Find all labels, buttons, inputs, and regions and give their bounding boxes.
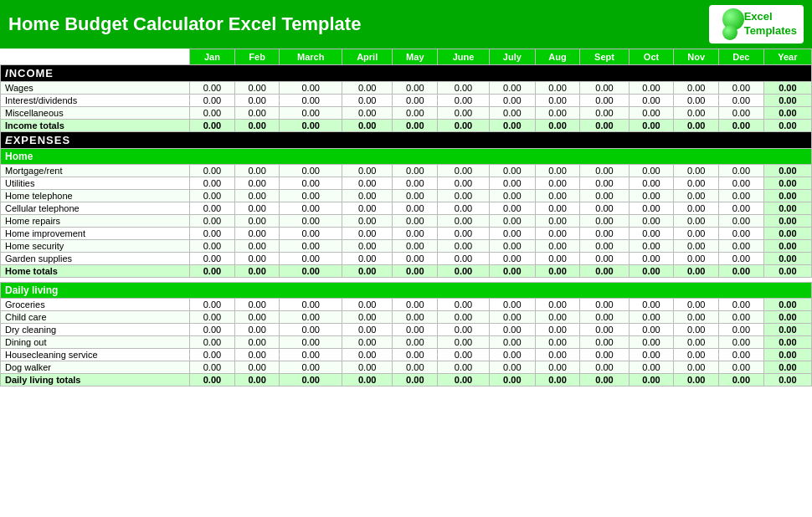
budget-table: Jan Feb March April May June July Aug Se… [0, 49, 812, 392]
dining-out-label[interactable]: Dining out [1, 336, 190, 349]
column-header-row: Jan Feb March April May June July Aug Se… [1, 49, 812, 65]
home-security-label[interactable]: Home security [1, 240, 190, 253]
col-header-july: July [489, 49, 535, 65]
table-row: Utilities 0.000.000.000.000.000.000.000.… [1, 177, 812, 190]
table-row: Home telephone 0.000.000.000.000.000.000… [1, 190, 812, 202]
header: Home Budget Calculator Excel Template Ex… [0, 0, 812, 49]
housecleaning-label[interactable]: Housecleaning service [1, 349, 190, 361]
col-header-label [1, 49, 190, 65]
garden-supplies-label[interactable]: Garden supplies [1, 253, 190, 265]
daily-living-subsection-header: Daily living [1, 283, 812, 299]
col-header-year: Year [763, 49, 811, 65]
table-row: Mortgage/rent 0.000.000.000.000.000.000.… [1, 165, 812, 177]
table-row: Cellular telephone 0.000.000.000.000.000… [1, 202, 812, 215]
table-row: Dining out 0.000.000.000.000.000.000.000… [1, 336, 812, 349]
home-totals-row: Home totals 0.000.000.000.000.000.000.00… [1, 265, 812, 278]
income-totals-row: Income totals 0.00 0.00 0.00 0.00 0.00 0… [1, 120, 812, 132]
logo-text: Excel Templates [744, 10, 797, 38]
col-header-march: March [280, 49, 342, 65]
income-totals-label: Income totals [1, 120, 190, 132]
table-row: Dog walker 0.000.000.000.000.000.000.000… [1, 361, 812, 374]
col-header-june: June [438, 49, 490, 65]
home-repairs-label[interactable]: Home repairs [1, 215, 190, 228]
mortgage-label[interactable]: Mortgage/rent [1, 165, 190, 177]
table-row: Home security 0.000.000.000.000.000.000.… [1, 240, 812, 253]
income-section-header: Income [1, 65, 812, 82]
daily-living-totals-row: Daily living totals 0.000.000.000.000.00… [1, 374, 812, 386]
col-header-may: May [393, 49, 438, 65]
col-header-april: April [342, 49, 393, 65]
table-row: Interest/dividends 0.00 0.00 0.00 0.00 0… [1, 95, 812, 107]
interest-label[interactable]: Interest/dividends [1, 95, 190, 107]
home-label: Home [1, 149, 812, 165]
page-wrapper: Home Budget Calculator Excel Template Ex… [0, 0, 812, 392]
col-header-jan: Jan [190, 49, 235, 65]
col-header-sept: Sept [580, 49, 629, 65]
col-header-feb: Feb [234, 49, 280, 65]
home-telephone-label[interactable]: Home telephone [1, 190, 190, 202]
wages-label[interactable]: Wages [1, 82, 190, 95]
dry-cleaning-label[interactable]: Dry cleaning [1, 324, 190, 336]
table-row: Housecleaning service 0.000.000.000.000.… [1, 349, 812, 361]
logo-icon [716, 8, 744, 40]
table-row: Dry cleaning 0.000.000.000.000.000.000.0… [1, 324, 812, 336]
col-header-aug: Aug [535, 49, 580, 65]
wages-jan[interactable]: 0.00 [190, 82, 235, 95]
table-row: Groceries 0.000.000.000.000.000.000.000.… [1, 299, 812, 311]
table-row: Home repairs 0.000.000.000.000.000.000.0… [1, 215, 812, 228]
utilities-label[interactable]: Utilities [1, 177, 190, 190]
misc-label[interactable]: Miscellaneous [1, 107, 190, 120]
table-row: Child care 0.000.000.000.000.000.000.000… [1, 311, 812, 324]
page-title: Home Budget Calculator Excel Template [8, 13, 361, 35]
logo-area: Excel Templates [709, 5, 804, 44]
table-row: Miscellaneous 0.00 0.00 0.00 0.00 0.00 0… [1, 107, 812, 120]
expenses-label: Expenses [1, 132, 812, 149]
cellular-telephone-label[interactable]: Cellular telephone [1, 202, 190, 215]
table-row: Garden supplies 0.000.000.000.000.000.00… [1, 253, 812, 265]
groceries-label[interactable]: Groceries [1, 299, 190, 311]
childcare-label[interactable]: Child care [1, 311, 190, 324]
daily-living-totals-label: Daily living totals [1, 374, 190, 386]
col-header-dec: Dec [719, 49, 764, 65]
home-totals-label: Home totals [1, 265, 190, 278]
home-subsection-header: Home [1, 149, 812, 165]
expenses-section-header: Expenses [1, 132, 812, 149]
table-row: Home improvement 0.000.000.000.000.000.0… [1, 228, 812, 240]
col-header-nov: Nov [674, 49, 719, 65]
dog-walker-label[interactable]: Dog walker [1, 361, 190, 374]
col-header-oct: Oct [629, 49, 674, 65]
daily-living-label: Daily living [1, 283, 812, 299]
income-label: Income [1, 65, 812, 82]
bottom-spacer [1, 386, 812, 392]
home-improvement-label[interactable]: Home improvement [1, 228, 190, 240]
table-row: Wages 0.00 0.00 0.00 0.00 0.00 0.00 0.00… [1, 82, 812, 95]
